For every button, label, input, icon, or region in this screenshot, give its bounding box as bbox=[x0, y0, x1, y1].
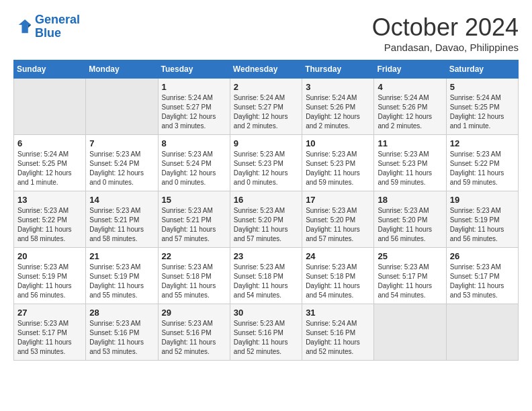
calendar-cell: 29Sunrise: 5:23 AMSunset: 5:16 PMDayligh… bbox=[158, 304, 230, 361]
calendar-cell: 4Sunrise: 5:24 AMSunset: 5:26 PMDaylight… bbox=[374, 79, 446, 135]
day-number: 29 bbox=[162, 308, 226, 318]
title-block: October 2024 Pandasan, Davao, Philippine… bbox=[372, 13, 519, 53]
calendar-cell: 3Sunrise: 5:24 AMSunset: 5:26 PMDaylight… bbox=[302, 79, 374, 135]
calendar-cell: 21Sunrise: 5:23 AMSunset: 5:19 PMDayligh… bbox=[86, 248, 158, 304]
day-number: 15 bbox=[162, 195, 226, 205]
day-number: 13 bbox=[17, 195, 82, 205]
day-number: 28 bbox=[89, 308, 154, 318]
day-number: 17 bbox=[306, 195, 370, 205]
day-info: Sunrise: 5:23 AMSunset: 5:17 PMDaylight:… bbox=[450, 263, 515, 300]
day-number: 4 bbox=[378, 82, 442, 92]
day-number: 26 bbox=[450, 251, 515, 261]
header-friday: Friday bbox=[374, 60, 446, 79]
day-number: 11 bbox=[378, 138, 442, 148]
day-number: 24 bbox=[306, 251, 370, 261]
location-subtitle: Pandasan, Davao, Philippines bbox=[372, 42, 519, 53]
day-number: 22 bbox=[162, 251, 226, 261]
header-tuesday: Tuesday bbox=[158, 60, 230, 79]
day-info: Sunrise: 5:23 AMSunset: 5:19 PMDaylight:… bbox=[17, 263, 82, 300]
day-info: Sunrise: 5:23 AMSunset: 5:23 PMDaylight:… bbox=[234, 150, 298, 187]
calendar-cell: 24Sunrise: 5:23 AMSunset: 5:18 PMDayligh… bbox=[302, 248, 374, 304]
day-number: 2 bbox=[234, 82, 298, 92]
day-info: Sunrise: 5:23 AMSunset: 5:17 PMDaylight:… bbox=[378, 263, 442, 300]
logo-icon bbox=[13, 17, 32, 36]
calendar-cell: 25Sunrise: 5:23 AMSunset: 5:17 PMDayligh… bbox=[374, 248, 446, 304]
day-info: Sunrise: 5:24 AMSunset: 5:26 PMDaylight:… bbox=[378, 93, 442, 131]
calendar-cell: 20Sunrise: 5:23 AMSunset: 5:19 PMDayligh… bbox=[14, 248, 86, 304]
calendar-cell bbox=[446, 304, 518, 361]
day-info: Sunrise: 5:23 AMSunset: 5:22 PMDaylight:… bbox=[450, 150, 515, 187]
calendar-cell: 23Sunrise: 5:23 AMSunset: 5:18 PMDayligh… bbox=[230, 248, 302, 304]
day-number: 6 bbox=[17, 138, 82, 148]
header-saturday: Saturday bbox=[446, 60, 518, 79]
day-number: 18 bbox=[378, 195, 442, 205]
calendar-cell: 22Sunrise: 5:23 AMSunset: 5:18 PMDayligh… bbox=[158, 248, 230, 304]
calendar-cell: 13Sunrise: 5:23 AMSunset: 5:22 PMDayligh… bbox=[14, 191, 86, 248]
calendar-cell: 14Sunrise: 5:23 AMSunset: 5:21 PMDayligh… bbox=[86, 191, 158, 248]
calendar-cell: 27Sunrise: 5:23 AMSunset: 5:17 PMDayligh… bbox=[14, 304, 86, 361]
day-info: Sunrise: 5:23 AMSunset: 5:22 PMDaylight:… bbox=[17, 206, 82, 244]
day-number: 31 bbox=[306, 308, 370, 318]
day-number: 14 bbox=[89, 195, 154, 205]
calendar-cell: 9Sunrise: 5:23 AMSunset: 5:23 PMDaylight… bbox=[230, 135, 302, 191]
calendar-cell: 6Sunrise: 5:24 AMSunset: 5:25 PMDaylight… bbox=[14, 135, 86, 191]
header-sunday: Sunday bbox=[14, 60, 86, 79]
calendar-cell bbox=[374, 304, 446, 361]
day-info: Sunrise: 5:23 AMSunset: 5:21 PMDaylight:… bbox=[162, 206, 226, 244]
calendar-week-row: 13Sunrise: 5:23 AMSunset: 5:22 PMDayligh… bbox=[14, 191, 519, 248]
calendar-cell: 11Sunrise: 5:23 AMSunset: 5:23 PMDayligh… bbox=[374, 135, 446, 191]
day-number: 20 bbox=[17, 251, 82, 261]
month-title: October 2024 bbox=[372, 13, 519, 42]
day-number: 30 bbox=[234, 308, 298, 318]
day-info: Sunrise: 5:23 AMSunset: 5:24 PMDaylight:… bbox=[89, 150, 154, 187]
calendar-header-row: SundayMondayTuesdayWednesdayThursdayFrid… bbox=[14, 60, 519, 79]
header-thursday: Thursday bbox=[302, 60, 374, 79]
day-number: 16 bbox=[234, 195, 298, 205]
calendar-cell: 18Sunrise: 5:23 AMSunset: 5:20 PMDayligh… bbox=[374, 191, 446, 248]
day-number: 25 bbox=[378, 251, 442, 261]
logo-line2: Blue bbox=[35, 26, 61, 40]
calendar-week-row: 27Sunrise: 5:23 AMSunset: 5:17 PMDayligh… bbox=[14, 304, 519, 361]
day-info: Sunrise: 5:24 AMSunset: 5:25 PMDaylight:… bbox=[450, 93, 515, 131]
day-info: Sunrise: 5:23 AMSunset: 5:17 PMDaylight:… bbox=[17, 319, 82, 357]
calendar-cell bbox=[86, 79, 158, 135]
day-info: Sunrise: 5:23 AMSunset: 5:21 PMDaylight:… bbox=[89, 206, 154, 244]
day-info: Sunrise: 5:23 AMSunset: 5:18 PMDaylight:… bbox=[162, 263, 226, 300]
day-number: 27 bbox=[17, 308, 82, 318]
day-info: Sunrise: 5:23 AMSunset: 5:23 PMDaylight:… bbox=[306, 150, 370, 187]
calendar-cell: 16Sunrise: 5:23 AMSunset: 5:20 PMDayligh… bbox=[230, 191, 302, 248]
calendar-cell: 5Sunrise: 5:24 AMSunset: 5:25 PMDaylight… bbox=[446, 79, 518, 135]
logo-line1: General bbox=[35, 13, 80, 26]
day-number: 10 bbox=[306, 138, 370, 148]
day-info: Sunrise: 5:24 AMSunset: 5:16 PMDaylight:… bbox=[306, 319, 370, 357]
header-wednesday: Wednesday bbox=[230, 60, 302, 79]
calendar-cell: 7Sunrise: 5:23 AMSunset: 5:24 PMDaylight… bbox=[86, 135, 158, 191]
calendar-cell: 2Sunrise: 5:24 AMSunset: 5:27 PMDaylight… bbox=[230, 79, 302, 135]
day-info: Sunrise: 5:23 AMSunset: 5:19 PMDaylight:… bbox=[89, 263, 154, 300]
day-info: Sunrise: 5:23 AMSunset: 5:20 PMDaylight:… bbox=[378, 206, 442, 244]
svg-marker-1 bbox=[28, 25, 32, 28]
calendar-cell: 28Sunrise: 5:23 AMSunset: 5:16 PMDayligh… bbox=[86, 304, 158, 361]
day-number: 23 bbox=[234, 251, 298, 261]
day-info: Sunrise: 5:24 AMSunset: 5:25 PMDaylight:… bbox=[17, 150, 82, 187]
calendar-cell: 1Sunrise: 5:24 AMSunset: 5:27 PMDaylight… bbox=[158, 79, 230, 135]
day-info: Sunrise: 5:23 AMSunset: 5:16 PMDaylight:… bbox=[162, 319, 226, 357]
day-info: Sunrise: 5:24 AMSunset: 5:27 PMDaylight:… bbox=[162, 93, 226, 131]
calendar-week-row: 6Sunrise: 5:24 AMSunset: 5:25 PMDaylight… bbox=[14, 135, 519, 191]
calendar-cell: 10Sunrise: 5:23 AMSunset: 5:23 PMDayligh… bbox=[302, 135, 374, 191]
day-number: 8 bbox=[162, 138, 226, 148]
day-info: Sunrise: 5:23 AMSunset: 5:16 PMDaylight:… bbox=[234, 319, 298, 357]
day-info: Sunrise: 5:23 AMSunset: 5:16 PMDaylight:… bbox=[89, 319, 154, 357]
day-number: 12 bbox=[450, 138, 515, 148]
logo: General Blue bbox=[13, 13, 80, 40]
calendar-cell: 12Sunrise: 5:23 AMSunset: 5:22 PMDayligh… bbox=[446, 135, 518, 191]
calendar-cell bbox=[14, 79, 86, 135]
day-info: Sunrise: 5:24 AMSunset: 5:26 PMDaylight:… bbox=[306, 93, 370, 131]
calendar-table: SundayMondayTuesdayWednesdayThursdayFrid… bbox=[13, 60, 519, 361]
calendar-cell: 15Sunrise: 5:23 AMSunset: 5:21 PMDayligh… bbox=[158, 191, 230, 248]
calendar-week-row: 1Sunrise: 5:24 AMSunset: 5:27 PMDaylight… bbox=[14, 79, 519, 135]
day-number: 21 bbox=[89, 251, 154, 261]
day-info: Sunrise: 5:23 AMSunset: 5:20 PMDaylight:… bbox=[306, 206, 370, 244]
calendar-cell: 26Sunrise: 5:23 AMSunset: 5:17 PMDayligh… bbox=[446, 248, 518, 304]
day-number: 1 bbox=[162, 82, 226, 92]
